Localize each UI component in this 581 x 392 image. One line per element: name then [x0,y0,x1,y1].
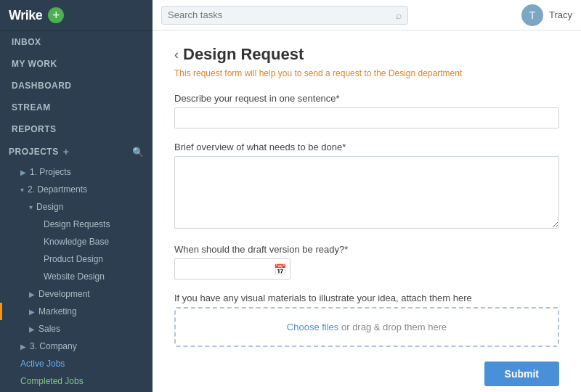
arrow-icon: ▾ [29,203,33,211]
tree-label: Design Requests [44,219,110,229]
sidebar-item-mywork[interactable]: MY WORK [0,53,153,75]
back-arrow-icon: ‹ [174,47,179,62]
main-content: ⌕ T Tracy ‹ Design Request This request … [153,0,581,392]
projects-search-icon[interactable]: 🔍 [132,147,145,158]
date-input-wrapper: 📅 [174,258,290,279]
search-input[interactable] [168,9,396,20]
tree-item-design-requests[interactable]: Design Requests [0,216,153,233]
arrow-icon: ▾ [20,186,24,194]
tree-label: Development [38,289,90,299]
tree-label: 2. Departments [28,184,87,195]
arrow-icon: ▶ [20,168,26,176]
tree-item-marketing[interactable]: ▶ Marketing [0,303,153,320]
tree-label: Sales [38,324,60,334]
tree-item-knowledge-base[interactable]: Knowledge Base [0,233,153,250]
arrow-icon: ▶ [29,308,35,316]
topbar: ⌕ T Tracy [153,0,581,30]
arrow-icon: ▶ [20,343,26,351]
tree-label: Marketing [38,306,77,317]
field2-textarea[interactable] [174,156,559,229]
form-area: ‹ Design Request This request form will … [153,30,581,392]
avatar: T [521,4,543,26]
topbar-right: T Tracy [521,4,572,26]
form-footer: Submit [174,362,559,386]
field2-label: Brief overview of what needs to be done* [174,142,559,152]
field4-group: If you have any visual materials to illu… [174,293,559,347]
tree-item-departments[interactable]: ▾ 2. Departments [0,181,153,198]
form-subtitle: This request form will help you to send … [174,68,559,78]
sidebar-item-reports[interactable]: REPORTS [0,118,153,140]
sidebar: Wrike + INBOX MY WORK DASHBOARD STREAM R… [0,0,153,392]
tree-item-product-design[interactable]: Product Design [0,250,153,268]
username: Tracy [549,9,572,20]
back-button[interactable]: ‹ Design Request [174,45,559,64]
tree-label: Knowledge Base [44,237,109,247]
sidebar-item-inbox[interactable]: INBOX [0,31,153,53]
projects-section-header[interactable]: PROJECTS + 🔍 [0,140,153,163]
sidebar-item-stream[interactable]: STREAM [0,97,153,118]
active-jobs-label: Active Jobs [20,359,65,369]
field3-group: When should the draft version be ready?*… [174,244,559,279]
sidebar-header: Wrike + [0,0,153,31]
field1-group: Describe your request in one sentence* [174,93,559,128]
field4-label: If you have any visual materials to illu… [174,293,559,303]
form-title: Design Request [183,45,304,64]
tree-label: Design [36,202,63,212]
tree-item-development[interactable]: ▶ Development [0,285,153,303]
search-box[interactable]: ⌕ [161,6,408,25]
tree-label: 3. Company [30,341,77,351]
completed-jobs-label: Completed Jobs [20,376,84,386]
search-icon[interactable]: ⌕ [396,9,402,21]
arrow-icon: ▶ [29,290,35,298]
choose-files-link[interactable]: Choose files [287,322,339,332]
sidebar-item-dashboard[interactable]: DASHBOARD [0,75,153,97]
tree-item-website-design[interactable]: Website Design [0,268,153,285]
tree-item-company[interactable]: ▶ 3. Company [0,338,153,355]
date-input[interactable] [174,258,290,279]
projects-label: PROJECTS [9,147,59,157]
tree-label: Website Design [44,271,105,282]
drop-zone-text: or drag & drop them here [338,322,447,332]
tree-item-design[interactable]: ▾ Design [0,198,153,216]
arrow-icon: ▶ [29,325,35,333]
add-button[interactable]: + [48,7,64,23]
submit-button[interactable]: Submit [484,362,559,386]
field2-group: Brief overview of what needs to be done* [174,142,559,231]
sidebar-item-completed-jobs[interactable]: Completed Jobs [0,372,153,390]
tree-label: Product Design [44,254,103,264]
tree-item-sales[interactable]: ▶ Sales [0,320,153,338]
field1-label: Describe your request in one sentence* [174,93,559,104]
sidebar-item-active-jobs[interactable]: Active Jobs [0,355,153,372]
file-drop-zone[interactable]: Choose files or drag & drop them here [174,307,559,347]
tree-label: 1. Projects [30,167,71,177]
tree-item-projects[interactable]: ▶ 1. Projects [0,163,153,181]
projects-add-icon[interactable]: + [63,146,70,158]
wrike-logo: Wrike [9,8,42,23]
field3-label: When should the draft version be ready?* [174,244,559,255]
field1-input[interactable] [174,107,559,128]
